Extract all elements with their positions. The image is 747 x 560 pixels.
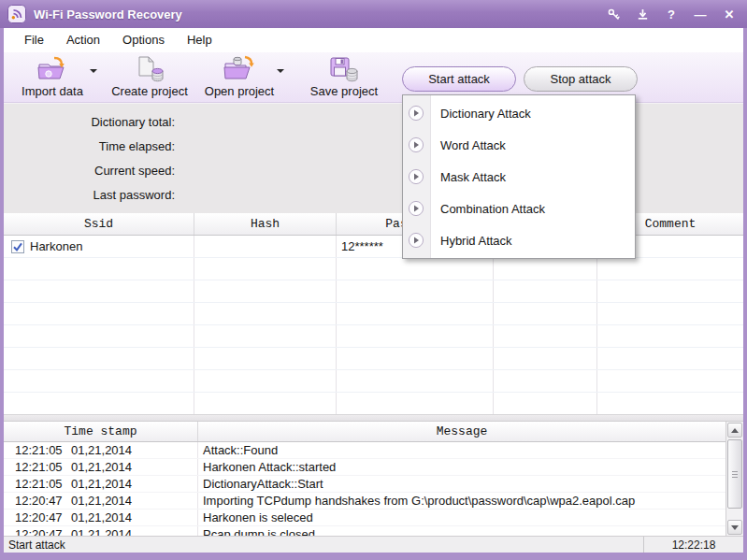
play-icon bbox=[408, 105, 424, 122]
log-time: 12:20:47 bbox=[15, 510, 71, 525]
status-text: Start attack bbox=[4, 538, 65, 552]
panel-splitter[interactable] bbox=[4, 414, 743, 422]
results-table-body: Harkonen 12****** bbox=[4, 236, 743, 414]
titlebar: Wi-Fi Password Recovery ? — ✕ bbox=[0, 0, 747, 28]
menu-item-label: Dictionary Attack bbox=[440, 107, 531, 121]
empty-row bbox=[4, 325, 743, 348]
statusbar: Start attack 12:22:18 bbox=[4, 536, 743, 553]
log-time: 12:21:05 bbox=[15, 476, 71, 492]
play-icon bbox=[408, 168, 424, 185]
log-rows: 12:21:0501,21,2014 Attack::Found 12:21:0… bbox=[4, 442, 725, 536]
log-time: 12:21:05 bbox=[15, 459, 71, 475]
menu-help[interactable]: Help bbox=[176, 30, 223, 50]
log-date: 01,21,2014 bbox=[71, 510, 132, 524]
save-project-label: Save project bbox=[310, 84, 378, 98]
help-button[interactable]: ? bbox=[663, 7, 680, 22]
column-header-timestamp[interactable]: Time stamp bbox=[4, 422, 198, 441]
menu-item-label: Hybrid Attack bbox=[440, 234, 512, 248]
open-dropdown-caret[interactable] bbox=[277, 69, 284, 77]
import-data-button[interactable]: Import data bbox=[15, 55, 90, 98]
menu-item-label: Word Attack bbox=[440, 138, 506, 152]
log-row[interactable]: 12:21:0501,21,2014 Attack::Found bbox=[4, 442, 725, 459]
start-attack-button[interactable]: Start attack bbox=[402, 66, 516, 92]
hash-cell bbox=[194, 236, 337, 257]
log-time: 12:20:47 bbox=[15, 493, 71, 509]
titlebar-buttons: ? — ✕ bbox=[605, 7, 738, 22]
log-row[interactable]: 12:20:4701,21,2014 Importing TCPdump han… bbox=[4, 493, 725, 510]
log-message: Importing TCPdump handshakes from G:\pro… bbox=[198, 493, 725, 509]
download-icon[interactable] bbox=[634, 7, 651, 22]
create-project-label: Create project bbox=[111, 84, 188, 98]
empty-row bbox=[4, 393, 743, 414]
column-header-ssid[interactable]: Ssid bbox=[4, 213, 194, 235]
log-message: Harkonen is seleced bbox=[198, 510, 725, 525]
open-project-icon bbox=[223, 55, 256, 83]
log-scrollbar[interactable] bbox=[725, 422, 743, 536]
save-project-icon bbox=[327, 55, 361, 83]
ssid-cell: Harkonen bbox=[4, 236, 194, 257]
current-speed-label: Current speed: bbox=[4, 159, 175, 183]
play-icon bbox=[408, 200, 424, 217]
log-row[interactable]: 12:20:4701,21,2014 Harkonen is seleced bbox=[4, 510, 725, 526]
log-date: 01,21,2014 bbox=[71, 527, 132, 536]
menu-item-combination-attack[interactable]: Combination Attack bbox=[403, 193, 635, 224]
menu-item-hybrid-attack[interactable]: Hybrid Attack bbox=[403, 224, 635, 256]
empty-row bbox=[4, 370, 743, 393]
log-table-header: Time stamp Message bbox=[4, 422, 725, 442]
app-window: Wi-Fi Password Recovery ? — ✕ bbox=[0, 0, 747, 560]
log-row[interactable]: 12:20:4701,21,2014 Pcap dump is closed bbox=[4, 526, 725, 536]
menu-item-dictionary-attack[interactable]: Dictionary Attack bbox=[403, 97, 635, 129]
open-project-label: Open project bbox=[205, 84, 274, 98]
log-message: Attack::Found bbox=[198, 442, 725, 458]
key-icon[interactable] bbox=[605, 7, 622, 22]
import-dropdown-caret[interactable] bbox=[90, 69, 97, 77]
play-icon bbox=[408, 232, 424, 249]
log-date: 01,21,2014 bbox=[71, 477, 132, 491]
last-password-label: Last password: bbox=[4, 183, 175, 208]
empty-row bbox=[4, 258, 743, 280]
scroll-down-icon[interactable] bbox=[727, 520, 742, 535]
play-icon bbox=[408, 136, 424, 153]
menu-options[interactable]: Options bbox=[111, 30, 176, 50]
status-clock: 12:22:18 bbox=[643, 537, 743, 553]
menu-item-mask-attack[interactable]: Mask Attack bbox=[403, 161, 635, 193]
empty-row bbox=[4, 280, 743, 303]
log-date: 01,21,2014 bbox=[71, 494, 132, 508]
empty-row bbox=[4, 303, 743, 325]
log-message: Harkonen Attack::started bbox=[198, 459, 725, 475]
log-time: 12:20:47 bbox=[15, 526, 71, 536]
empty-row bbox=[4, 348, 743, 370]
log-message: Pcap dump is closed bbox=[198, 526, 725, 536]
save-project-button[interactable]: Save project bbox=[307, 55, 381, 98]
menubar: File Action Options Help bbox=[4, 28, 743, 52]
minimize-button[interactable]: — bbox=[692, 7, 709, 22]
log-row[interactable]: 12:21:0501,21,2014 Harkonen Attack::star… bbox=[4, 459, 725, 476]
column-header-hash[interactable]: Hash bbox=[194, 213, 337, 235]
scrollbar-thumb[interactable] bbox=[727, 439, 742, 509]
menu-action[interactable]: Action bbox=[55, 30, 111, 50]
close-button[interactable]: ✕ bbox=[721, 7, 738, 22]
time-elapsed-label: Time elapsed: bbox=[4, 135, 175, 159]
log-message: DictionaryAttack::Start bbox=[198, 476, 725, 492]
stop-attack-button[interactable]: Stop attack bbox=[524, 66, 638, 92]
scroll-up-icon[interactable] bbox=[727, 423, 742, 438]
import-data-label: Import data bbox=[22, 84, 83, 98]
menu-item-label: Mask Attack bbox=[440, 170, 506, 184]
menu-file[interactable]: File bbox=[13, 30, 55, 50]
open-project-button[interactable]: Open project bbox=[202, 55, 277, 98]
app-icon[interactable] bbox=[7, 5, 26, 23]
log-row[interactable]: 12:21:0501,21,2014 DictionaryAttack::Sta… bbox=[4, 476, 725, 493]
attack-dropdown-menu: Dictionary Attack Word Attack Mask Attac… bbox=[402, 94, 636, 259]
column-header-message[interactable]: Message bbox=[198, 422, 725, 441]
log-date: 01,21,2014 bbox=[71, 443, 132, 457]
create-project-button[interactable]: Create project bbox=[112, 55, 187, 98]
window-title: Wi-Fi Password Recovery bbox=[34, 7, 182, 22]
log-panel: Time stamp Message 12:21:0501,21,2014 At… bbox=[4, 422, 743, 536]
create-project-icon bbox=[133, 55, 166, 83]
menu-item-word-attack[interactable]: Word Attack bbox=[403, 129, 635, 161]
import-data-icon bbox=[36, 55, 69, 83]
row-checkbox[interactable] bbox=[11, 240, 24, 253]
dictionary-total-label: Dictionary total: bbox=[4, 110, 175, 135]
menu-item-label: Combination Attack bbox=[440, 202, 545, 216]
log-date: 01,21,2014 bbox=[71, 460, 132, 474]
